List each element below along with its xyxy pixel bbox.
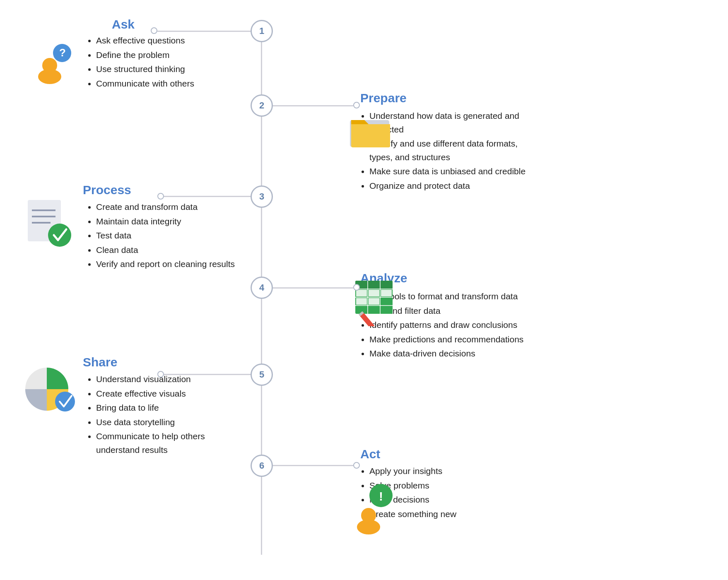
svg-rect-17 — [356, 290, 367, 296]
step-circle-3: 3 — [251, 185, 273, 208]
process-icon — [26, 198, 71, 243]
h-line-analyze — [272, 287, 353, 289]
end-dot-process — [157, 193, 164, 200]
svg-point-9 — [48, 224, 71, 247]
diagram-container: 1 2 3 4 5 6 Ask Ask effective questions … — [0, 0, 728, 580]
svg-rect-11 — [355, 281, 393, 289]
act-title: Act — [360, 447, 380, 461]
end-dot-prepare — [353, 102, 360, 108]
svg-rect-19 — [381, 290, 392, 296]
svg-point-1 — [42, 58, 57, 73]
prepare-title: Prepare — [360, 91, 407, 105]
step-circle-5: 5 — [251, 363, 273, 386]
ask-icon: ? — [28, 37, 78, 87]
svg-text:!: ! — [379, 489, 383, 503]
end-dot-act — [353, 462, 360, 469]
end-dot-ask — [151, 27, 157, 34]
share-bullet-list: Understand visualization Create effectiv… — [87, 373, 244, 457]
act-icon: ! — [347, 478, 393, 532]
step-circle-1: 1 — [251, 20, 273, 42]
process-title: Process — [83, 183, 131, 197]
h-line-share — [164, 374, 252, 375]
h-line-ask — [157, 31, 252, 32]
step-circle-2: 2 — [251, 94, 273, 117]
svg-rect-21 — [369, 298, 379, 305]
h-line-process — [164, 196, 252, 197]
analyze-icon — [347, 277, 397, 322]
share-title: Share — [83, 355, 117, 369]
h-line-act — [272, 465, 353, 466]
end-dot-analyze — [353, 284, 360, 291]
step-circle-4: 4 — [251, 277, 273, 299]
svg-point-28 — [361, 508, 376, 523]
process-bullet-list: Create and transform data Maintain data … — [87, 200, 235, 272]
share-icon — [23, 364, 72, 410]
svg-text:?: ? — [59, 46, 66, 59]
svg-point-26 — [55, 392, 75, 412]
end-dot-share — [157, 371, 164, 378]
ask-title: Ask — [112, 17, 135, 31]
h-line-prepare — [272, 105, 353, 106]
svg-rect-20 — [356, 298, 367, 305]
svg-rect-18 — [369, 290, 379, 296]
step-circle-6: 6 — [251, 455, 273, 477]
prepare-folder-icon — [348, 112, 393, 149]
ask-bullet-list: Ask effective questions Define the probl… — [87, 34, 194, 91]
